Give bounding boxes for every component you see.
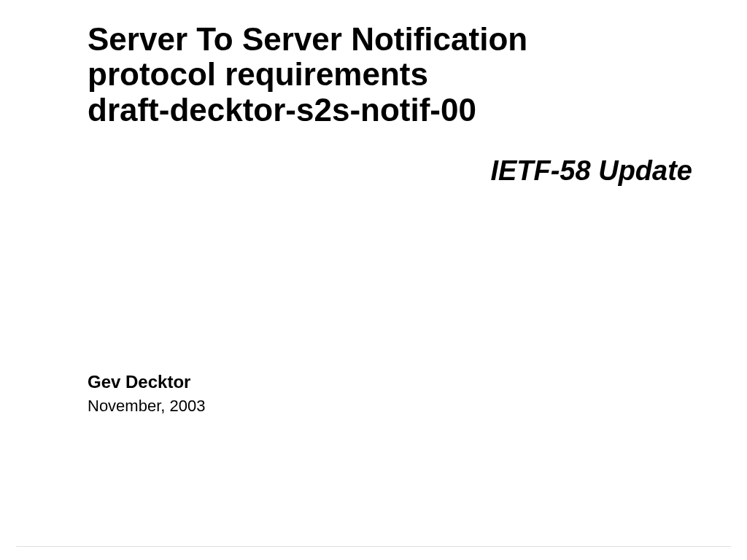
title-line-1: Server To Server Notification (88, 21, 527, 57)
author-name: Gev Decktor (88, 372, 205, 392)
author-block: Gev Decktor November, 2003 (88, 372, 205, 416)
slide-container: Server To Server Notification protocol r… (0, 0, 747, 560)
title-line-3: draft-decktor-s2s-notif-00 (88, 92, 476, 128)
author-date: November, 2003 (88, 397, 205, 416)
footer-divider (16, 546, 731, 547)
title-line-2: protocol requirements (88, 56, 428, 92)
slide-subtitle: IETF-58 Update (88, 155, 707, 187)
slide-title: Server To Server Notification protocol r… (88, 22, 707, 128)
